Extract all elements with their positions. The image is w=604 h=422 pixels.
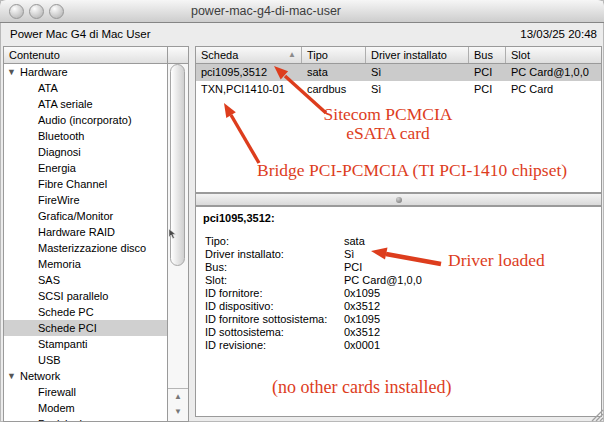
detail-label: Bus: xyxy=(196,261,344,274)
sidebar-item-energia[interactable]: Energia xyxy=(4,160,167,176)
sidebar-item-label: Masterizzazione disco xyxy=(38,242,146,254)
detail-value: 0x1095 xyxy=(344,287,380,300)
table-header: Scheda▲TipoDriver installatoBusSlot xyxy=(196,47,601,64)
annotation-sitecom: Sitecom PCMCIA eSATA card xyxy=(308,105,468,142)
sidebar-item-bluetooth[interactable]: Bluetooth xyxy=(4,128,167,144)
detail-row-id-sottosistema: ID sottosistema:0x3512 xyxy=(196,326,601,339)
sidebar-item-hardware-raid[interactable]: Hardware RAID xyxy=(4,224,167,240)
sidebar-item-usb[interactable]: USB xyxy=(4,352,167,368)
sidebar-item-grafica-monitor[interactable]: Grafica/Monitor xyxy=(4,208,167,224)
disclosure-triangle-icon[interactable]: ▼ xyxy=(7,368,16,384)
detail-label: Slot: xyxy=(196,274,344,287)
sidebar-item-label: Memoria xyxy=(38,258,81,270)
window-title: power-mac-g4-di-mac-user xyxy=(0,4,532,18)
annotation-sitecom-line2: eSATA card xyxy=(308,124,468,143)
column-header-tipo[interactable]: Tipo xyxy=(302,47,366,63)
detail-value: PC Card@1,0,0 xyxy=(344,274,422,287)
contents-sidebar: Contenuto ▼HardwareATAATA serialeAudio (… xyxy=(3,46,189,422)
sidebar-item-label: SAS xyxy=(38,274,60,286)
sidebar-group-label: Hardware xyxy=(20,66,68,78)
detail-value: 0x0001 xyxy=(344,339,380,352)
sidebar-item-schede-pci[interactable]: Schede PCI xyxy=(4,320,167,336)
sidebar-item-label: SCSI parallelo xyxy=(38,290,108,302)
table-cell: Sì xyxy=(366,64,469,81)
title-bar[interactable]: power-mac-g4-di-mac-user xyxy=(0,0,604,23)
table-cell: sata xyxy=(302,64,366,81)
sidebar-item-schede-pc[interactable]: Schede PC xyxy=(4,304,167,320)
column-header-scheda[interactable]: Scheda▲ xyxy=(196,47,302,63)
sidebar-item-label: Stampanti xyxy=(38,338,88,350)
computer-name: Power Mac G4 di Mac User xyxy=(10,28,151,40)
sidebar-item-ata-seriale[interactable]: ATA seriale xyxy=(4,96,167,112)
table-row-pci1095-3512[interactable]: pci1095,3512sataSìPCIPC Card@1,0,0 xyxy=(196,64,601,81)
sidebar-group-hardware[interactable]: ▼Hardware xyxy=(4,64,167,80)
detail-label: Tipo: xyxy=(196,235,344,248)
sidebar-item-fibre-channel[interactable]: Fibre Channel xyxy=(4,176,167,192)
table-cell: PC Card xyxy=(506,81,601,98)
table-cell: PC Card@1,0,0 xyxy=(506,64,601,81)
sidebar-group-network[interactable]: ▼Network xyxy=(4,368,167,384)
detail-label: Driver installato: xyxy=(196,248,344,261)
sidebar-scrollbar[interactable]: ▲ ▼ xyxy=(167,64,188,421)
detail-label: ID fornitore: xyxy=(196,287,344,300)
sidebar-item-stampanti[interactable]: Stampanti xyxy=(4,336,167,352)
pane-splitter[interactable] xyxy=(195,193,602,206)
table-row-txn-pci1410-01[interactable]: TXN,PCI1410-01cardbusSìPCIPC Card xyxy=(196,81,601,98)
sidebar-item-label: Hardware RAID xyxy=(38,226,115,238)
sidebar-item-label: Posizioni xyxy=(38,418,82,421)
sidebar-group-label: Network xyxy=(20,370,60,382)
sidebar-item-label: Grafica/Monitor xyxy=(38,210,113,222)
column-header-bus[interactable]: Bus xyxy=(469,47,506,63)
sidebar-item-label: Fibre Channel xyxy=(38,178,107,190)
table-cell: TXN,PCI1410-01 xyxy=(196,81,302,98)
detail-row-tipo: Tipo:sata xyxy=(196,235,601,248)
splitter-grip-icon[interactable] xyxy=(396,197,402,203)
detail-label: ID dispositivo: xyxy=(196,300,344,313)
column-header-label: Bus xyxy=(474,49,493,61)
detail-value: 0x1095 xyxy=(344,313,380,326)
column-header-driver-installato[interactable]: Driver installato xyxy=(366,47,469,63)
detail-title: pci1095,3512: xyxy=(203,212,275,224)
table-cell: pci1095,3512 xyxy=(196,64,302,81)
sidebar-item-modem[interactable]: Modem xyxy=(4,400,167,416)
detail-value: 0x3512 xyxy=(344,300,380,313)
sidebar-item-label: Bluetooth xyxy=(38,130,84,142)
detail-row-slot: Slot:PC Card@1,0,0 xyxy=(196,274,601,287)
system-profiler-window: power-mac-g4-di-mac-user Power Mac G4 di… xyxy=(0,0,604,422)
column-header-label: Scheda xyxy=(201,49,238,61)
annotation-sitecom-line1: Sitecom PCMCIA xyxy=(308,105,468,124)
column-header-slot[interactable]: Slot xyxy=(506,47,601,63)
sidebar-item-label: ATA seriale xyxy=(38,98,93,110)
detail-label: ID sottosistema: xyxy=(196,326,344,339)
sidebar-item-posizioni[interactable]: Posizioni xyxy=(4,416,167,421)
table-cell: PCI xyxy=(469,64,506,81)
sidebar-header: Contenuto xyxy=(4,47,188,64)
sidebar-list: ▼HardwareATAATA serialeAudio (incorporat… xyxy=(4,64,167,421)
sidebar-item-audio-incorporato[interactable]: Audio (incorporato) xyxy=(4,112,167,128)
sidebar-item-diagnosi[interactable]: Diagnosi xyxy=(4,144,167,160)
annotation-driver-loaded: Driver loaded xyxy=(448,250,545,271)
detail-row-id-fornitore: ID fornitore:0x1095 xyxy=(196,287,601,300)
sidebar-item-memoria[interactable]: Memoria xyxy=(4,256,167,272)
sidebar-item-label: Schede PCI xyxy=(38,322,97,334)
table-body: pci1095,3512sataSìPCIPC Card@1,0,0TXN,PC… xyxy=(196,64,601,98)
sidebar-item-sas[interactable]: SAS xyxy=(4,272,167,288)
annotation-no-other-cards: (no other cards installed) xyxy=(272,377,451,398)
table-cell: cardbus xyxy=(302,81,366,98)
sidebar-header-corner xyxy=(167,47,188,63)
scroll-down-icon[interactable]: ▼ xyxy=(168,404,188,419)
sidebar-item-firewall[interactable]: Firewall xyxy=(4,384,167,400)
scroll-up-icon[interactable]: ▲ xyxy=(168,389,188,404)
sidebar-item-masterizzazione-disco[interactable]: Masterizzazione disco xyxy=(4,240,167,256)
sidebar-item-scsi-parallelo[interactable]: SCSI parallelo xyxy=(4,288,167,304)
sidebar-item-label: ATA xyxy=(38,82,58,94)
table-cell: Sì xyxy=(366,81,469,98)
detail-value: 0x3512 xyxy=(344,326,380,339)
disclosure-triangle-icon[interactable]: ▼ xyxy=(7,64,16,80)
scrollbar-thumb[interactable] xyxy=(170,64,185,266)
sidebar-item-label: Energia xyxy=(38,162,76,174)
sidebar-item-ata[interactable]: ATA xyxy=(4,80,167,96)
sidebar-item-firewire[interactable]: FireWire xyxy=(4,192,167,208)
table-cell: PCI xyxy=(469,81,506,98)
sidebar-item-label: Audio (incorporato) xyxy=(38,114,132,126)
